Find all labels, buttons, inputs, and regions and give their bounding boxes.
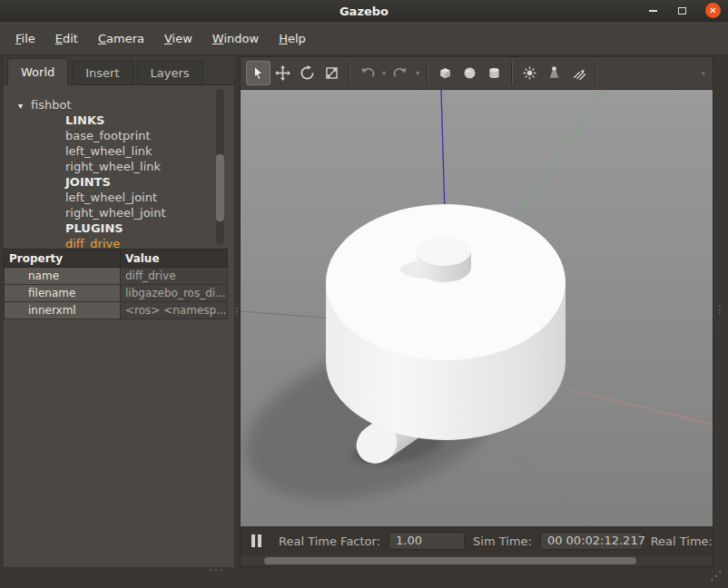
window-title: Gazebo xyxy=(339,5,389,18)
cylinder-tool[interactable] xyxy=(482,61,507,85)
menu-help[interactable]: Help xyxy=(269,28,316,49)
menu-camera[interactable]: Camera xyxy=(88,28,154,49)
spot-light-icon xyxy=(546,65,562,81)
point-light-icon xyxy=(522,65,537,81)
cylinder-icon xyxy=(487,65,502,81)
top-cylinder-face xyxy=(417,237,471,266)
robot-top-face xyxy=(326,204,566,360)
viewport-panel: ▾ ▾ ▾ xyxy=(240,56,713,567)
cursor-arrow-icon xyxy=(251,65,266,81)
redo-button[interactable] xyxy=(389,61,413,85)
toolbar-overflow-button[interactable]: ▾ xyxy=(701,69,705,78)
box-tool[interactable] xyxy=(433,61,457,85)
tree-item-fishbot[interactable]: ▾fishbot xyxy=(4,97,234,113)
menu-view[interactable]: View xyxy=(154,28,202,49)
directional-light-tool[interactable] xyxy=(566,61,591,85)
minimize-button[interactable] xyxy=(644,3,661,19)
toolbar-separator xyxy=(595,62,597,84)
panel-tab-bar: World Insert Layers xyxy=(4,56,234,85)
corner-resize-grip[interactable]: ⋰ xyxy=(710,568,723,583)
tree-item-left-wheel-joint[interactable]: left_wheel_joint xyxy=(4,190,234,205)
toolbar-separator xyxy=(349,62,350,84)
scale-tool[interactable] xyxy=(320,61,344,85)
sphere-tool[interactable] xyxy=(457,61,482,85)
property-row-name[interactable]: name diff_drive xyxy=(5,268,228,285)
cube-icon xyxy=(438,65,453,81)
real-time-label: Real Time: xyxy=(651,534,713,548)
select-tool[interactable] xyxy=(246,61,271,85)
model-tree: ▾fishbot LINKS base_footprint left_wheel… xyxy=(4,85,234,251)
point-light-tool[interactable] xyxy=(517,61,542,85)
tree-section-links[interactable]: LINKS xyxy=(4,113,234,128)
spot-light-tool[interactable] xyxy=(542,61,566,85)
scene-canvas[interactable] xyxy=(241,90,713,526)
pause-icon xyxy=(251,534,255,547)
tree-section-plugins[interactable]: PLUGINS xyxy=(4,220,234,236)
horizontal-scrollbar-thumb[interactable] xyxy=(264,557,636,564)
sphere-icon xyxy=(462,65,477,81)
property-table: Property Value name diff_drive filename … xyxy=(4,249,228,319)
tab-insert[interactable]: Insert xyxy=(72,61,133,84)
undo-dropdown-caret[interactable]: ▾ xyxy=(379,69,389,77)
close-button[interactable]: ✕ xyxy=(705,3,721,18)
simulation-status-bar: Real Time Factor: 1.00 Sim Time: 00 00:0… xyxy=(241,526,713,555)
value-column-header[interactable]: Value xyxy=(121,250,228,268)
tree-scrollbar-thumb[interactable] xyxy=(216,154,224,221)
toolbar-separator xyxy=(511,62,513,84)
tab-world[interactable]: World xyxy=(7,58,68,85)
undo-arrow-icon xyxy=(359,65,375,81)
tree-item-left-wheel-link[interactable]: left_wheel_link xyxy=(4,143,234,159)
horizontal-scrollbar[interactable] xyxy=(241,555,713,566)
property-row-filename[interactable]: filename libgazebo_ros_di... xyxy=(5,285,228,302)
viewport-toolbar: ▾ ▾ ▾ xyxy=(241,57,713,90)
redo-arrow-icon xyxy=(393,65,408,81)
right-resize-grip[interactable]: ⋮ xyxy=(714,303,725,316)
undo-button[interactable] xyxy=(355,61,379,85)
real-time-factor-label: Real Time Factor: xyxy=(279,534,380,548)
redo-dropdown-caret[interactable]: ▾ xyxy=(413,69,422,77)
menu-file[interactable]: File xyxy=(5,28,45,49)
rotate-tool[interactable] xyxy=(295,61,320,85)
tree-item-right-wheel-link[interactable]: right_wheel_link xyxy=(4,159,234,174)
menu-edit[interactable]: Edit xyxy=(45,28,88,49)
maximize-button[interactable] xyxy=(674,3,690,19)
title-bar: Gazebo ✕ xyxy=(0,0,728,22)
pause-button[interactable] xyxy=(251,534,261,547)
translate-tool[interactable] xyxy=(271,61,295,85)
rotate-arrows-icon xyxy=(300,65,315,81)
bottom-resize-grip[interactable]: ··· xyxy=(209,564,224,577)
scale-box-icon xyxy=(324,65,339,81)
tree-item-right-wheel-joint[interactable]: right_wheel_joint xyxy=(4,205,234,220)
tree-item-base-footprint[interactable]: base_footprint xyxy=(4,128,234,143)
tree-scrollbar[interactable] xyxy=(216,89,224,245)
property-row-innerxml[interactable]: innerxml <ros> <namesp... xyxy=(5,302,228,319)
maximize-icon xyxy=(678,7,686,15)
world-panel: World Insert Layers ▾fishbot LINKS base_… xyxy=(4,56,234,567)
minimize-icon xyxy=(649,10,657,12)
sim-time-label: Sim Time: xyxy=(473,534,532,548)
sim-time-value: 00 00:02:12.217 xyxy=(540,532,643,550)
property-column-header[interactable]: Property xyxy=(5,250,121,268)
move-arrows-icon xyxy=(275,65,290,81)
menu-bar: File Edit Camera View Window Help xyxy=(0,22,728,54)
pause-icon xyxy=(258,534,261,547)
real-time-factor-value: 1.00 xyxy=(389,532,465,550)
toolbar-separator xyxy=(427,62,428,84)
tree-section-joints[interactable]: JOINTS xyxy=(4,174,234,190)
expander-icon[interactable]: ▾ xyxy=(18,98,31,113)
menu-window[interactable]: Window xyxy=(202,28,269,49)
tab-layers[interactable]: Layers xyxy=(137,61,203,84)
directional-light-icon xyxy=(571,65,586,81)
